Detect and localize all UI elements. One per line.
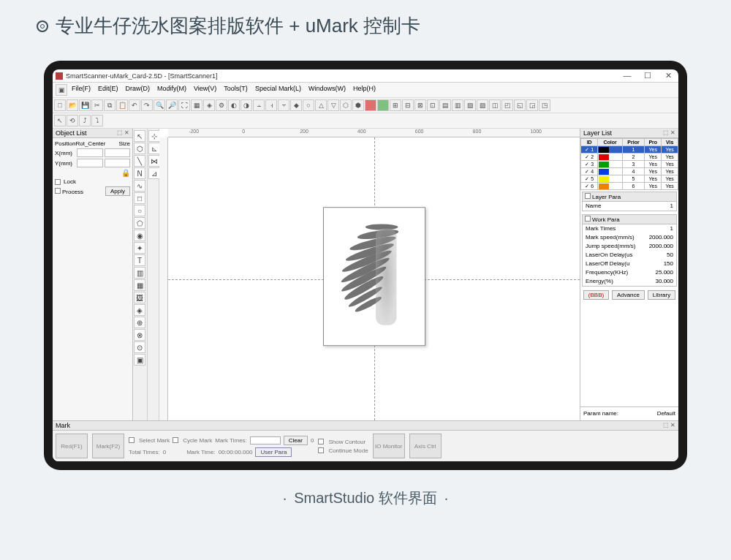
layer-row[interactable]: ✓ 55YesYes bbox=[581, 175, 678, 183]
process-checkbox[interactable] bbox=[55, 188, 61, 194]
mark-times-input[interactable] bbox=[250, 436, 281, 444]
tool-icon[interactable]: ⊟ bbox=[402, 99, 414, 111]
lock-icon[interactable]: 🔒 bbox=[121, 169, 130, 177]
tool-icon[interactable]: △ bbox=[315, 99, 327, 111]
undo-icon[interactable]: ↶ bbox=[129, 99, 140, 111]
clear-button[interactable]: Clear bbox=[284, 436, 308, 445]
zoom-fit-icon[interactable]: ⛶ bbox=[178, 99, 190, 111]
layer-row[interactable]: ✓ 66YesYes bbox=[581, 183, 678, 190]
app-menu-icon[interactable]: ▣ bbox=[56, 84, 67, 96]
text-tool-icon[interactable]: T bbox=[134, 254, 145, 266]
tool-icon[interactable]: ⊗ bbox=[134, 329, 145, 341]
menu-help[interactable]: Help(H) bbox=[350, 84, 379, 96]
io-monitor-button[interactable]: IO Monitor bbox=[373, 434, 405, 458]
show-contour-checkbox[interactable] bbox=[318, 439, 324, 444]
user-para-button[interactable]: User Para bbox=[255, 447, 292, 457]
new-icon[interactable]: □ bbox=[54, 99, 66, 111]
tool-icon[interactable]: ○ bbox=[303, 99, 314, 111]
tool-icon[interactable]: ⊡ bbox=[427, 99, 439, 111]
tool2-icon[interactable]: ↖ bbox=[54, 115, 66, 126]
lock-checkbox[interactable] bbox=[55, 179, 61, 185]
tool-icon[interactable]: ▨ bbox=[477, 99, 488, 111]
menu-windows[interactable]: Windows(W) bbox=[306, 84, 349, 96]
x-input[interactable] bbox=[77, 148, 103, 157]
paste-icon[interactable]: 📋 bbox=[116, 99, 128, 111]
star-tool-icon[interactable]: ✦ bbox=[134, 242, 145, 254]
spiral-tool-icon[interactable]: ◉ bbox=[134, 230, 145, 241]
select-mark-checkbox[interactable] bbox=[129, 437, 135, 443]
tool-icon[interactable]: ▣ bbox=[134, 354, 145, 366]
tool-icon[interactable] bbox=[377, 99, 389, 111]
menu-draw[interactable]: Draw(D) bbox=[123, 84, 154, 96]
tool2-icon[interactable]: ⤵ bbox=[91, 115, 103, 126]
open-icon[interactable]: 📂 bbox=[67, 99, 78, 111]
align-left-icon[interactable]: ⫠ bbox=[253, 99, 265, 111]
menu-view[interactable]: View(V) bbox=[191, 84, 219, 96]
apply-button[interactable]: Apply bbox=[105, 186, 130, 196]
layer-row[interactable]: ✓ 11YesYes bbox=[581, 146, 678, 154]
zoom-all-icon[interactable]: ▦ bbox=[191, 99, 202, 111]
tool-icon[interactable]: ◑ bbox=[240, 99, 252, 111]
continue-mode-checkbox[interactable] bbox=[318, 447, 324, 453]
snap-icon[interactable]: ⋈ bbox=[148, 155, 160, 167]
tool-icon[interactable]: ⚙ bbox=[216, 99, 227, 111]
tool-icon[interactable]: ⊞ bbox=[390, 99, 401, 111]
tool-icon[interactable]: ▤ bbox=[439, 99, 451, 111]
redo-icon[interactable]: ↷ bbox=[141, 99, 153, 111]
zoom-sel-icon[interactable]: ◈ bbox=[203, 99, 215, 111]
barcode-tool-icon[interactable]: ▥ bbox=[134, 267, 145, 279]
canvas-area[interactable]: -200 0 200 400 600 800 1000 bbox=[159, 129, 580, 420]
tool2-icon[interactable]: ⟲ bbox=[67, 115, 78, 126]
work-para-toggle[interactable] bbox=[585, 216, 591, 222]
axis-ctrl-button[interactable]: Axis Ctrl bbox=[409, 434, 442, 458]
mark-button[interactable]: Mark(F2) bbox=[92, 434, 124, 458]
layer-row[interactable]: ✓ 22YesYes bbox=[581, 154, 678, 161]
snap-icon[interactable]: ⊾ bbox=[148, 143, 160, 154]
tool-icon[interactable]: ▥ bbox=[452, 99, 463, 111]
cut-icon[interactable]: ✂ bbox=[91, 99, 103, 111]
tool-icon[interactable]: ◲ bbox=[526, 99, 538, 111]
tool-icon[interactable] bbox=[365, 99, 376, 111]
menu-file[interactable]: File(F) bbox=[69, 84, 94, 96]
advance-button[interactable]: Advance bbox=[612, 290, 645, 300]
tool-icon[interactable]: ▧ bbox=[464, 99, 476, 111]
copy-icon[interactable]: ⧉ bbox=[104, 99, 115, 111]
line-tool-icon[interactable]: ╲ bbox=[134, 155, 145, 167]
tool-icon[interactable]: ◳ bbox=[539, 99, 550, 111]
maximize-button[interactable]: ☐ bbox=[640, 71, 655, 80]
menu-edit[interactable]: Edit(E) bbox=[95, 84, 121, 96]
cycle-mark-checkbox[interactable] bbox=[173, 437, 178, 443]
tool-icon[interactable]: ⊙ bbox=[134, 341, 145, 353]
node-tool-icon[interactable]: ⬡ bbox=[134, 143, 145, 154]
zoom-in-icon[interactable]: 🔍 bbox=[154, 99, 165, 111]
rect-tool-icon[interactable]: □ bbox=[134, 192, 145, 204]
align-right-icon[interactable]: ⫟ bbox=[278, 99, 289, 111]
tool-icon[interactable]: ◫ bbox=[489, 99, 501, 111]
y-size-input[interactable] bbox=[105, 159, 131, 167]
menu-modify[interactable]: Modify(M) bbox=[154, 84, 189, 96]
snap-icon[interactable]: ⊿ bbox=[148, 167, 160, 179]
tool-icon[interactable]: ⊕ bbox=[134, 317, 145, 328]
tool-icon[interactable]: ◱ bbox=[514, 99, 526, 111]
save-icon[interactable]: 💾 bbox=[79, 99, 91, 111]
layer-para-toggle[interactable] bbox=[585, 193, 591, 199]
menu-special[interactable]: Special Mark(L) bbox=[252, 84, 304, 96]
curve-tool-icon[interactable]: ∿ bbox=[134, 180, 145, 192]
tool2-icon[interactable]: ⤴ bbox=[79, 115, 91, 126]
ellipse-tool-icon[interactable]: ○ bbox=[134, 205, 145, 216]
layer-row[interactable]: ✓ 33YesYes bbox=[581, 161, 678, 168]
polyline-tool-icon[interactable]: Ν bbox=[134, 167, 145, 179]
image-tool-icon[interactable]: 🖼 bbox=[134, 292, 145, 303]
tool-icon[interactable]: ◐ bbox=[228, 99, 240, 111]
panel-close-icon[interactable]: ⬚ ✕ bbox=[117, 129, 129, 137]
panel-close-icon[interactable]: ⬚ ✕ bbox=[663, 129, 675, 137]
layer-row[interactable]: ✓ 44YesYes bbox=[581, 168, 678, 175]
y-input[interactable] bbox=[77, 159, 103, 167]
library-button[interactable]: Library bbox=[648, 290, 675, 300]
hatch-tool-icon[interactable]: ▦ bbox=[134, 279, 145, 291]
param-btn-1[interactable]: (BBB) bbox=[583, 290, 609, 300]
tool-icon[interactable]: ▽ bbox=[327, 99, 339, 111]
tool-icon[interactable]: ◆ bbox=[290, 99, 302, 111]
tool-icon[interactable]: ⊠ bbox=[414, 99, 426, 111]
select-tool-icon[interactable]: ↖ bbox=[134, 130, 145, 142]
